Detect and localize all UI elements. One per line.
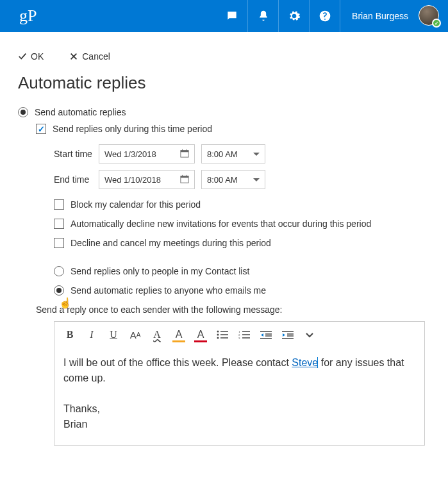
end-time-row: End time Wed 1/10/2018 8:00 AM: [54, 170, 430, 189]
bullet-list-button[interactable]: [216, 328, 229, 341]
indent-button[interactable]: [281, 328, 294, 341]
checkbox-icon[interactable]: [54, 238, 64, 248]
checkbox-label: Automatically decline new invitations fo…: [71, 219, 371, 229]
checkbox-label: Send replies only during this time perio…: [53, 124, 212, 134]
ok-button[interactable]: OK: [18, 51, 44, 62]
check-icon: [18, 52, 27, 61]
start-time-input[interactable]: 8:00 AM: [201, 144, 265, 163]
checkbox-label: Block my calendar for this period: [71, 199, 201, 210]
command-bar: OK Cancel: [18, 45, 430, 73]
bell-icon[interactable]: [247, 0, 278, 32]
checkbox-label: Decline and cancel my meetings during th…: [71, 238, 271, 248]
contacts-only-radio[interactable]: Send replies only to people in my Contac…: [54, 266, 430, 276]
page-title: Automatic replies: [18, 73, 430, 93]
send-automatic-replies-radio[interactable]: Send automatic replies: [18, 107, 430, 117]
svg-rect-5: [181, 176, 188, 178]
font-face-button[interactable]: A: [151, 328, 163, 341]
editor-body[interactable]: I will be out of the office this week. P…: [54, 347, 424, 445]
message-text: Brian: [63, 419, 87, 430]
decline-cancel-checkbox[interactable]: Decline and cancel my meetings during th…: [54, 238, 430, 248]
radio-label: Send automatic replies: [35, 107, 126, 117]
header-actions: Brian Burgess: [217, 0, 440, 32]
underline-button[interactable]: U: [107, 328, 120, 341]
contact-link[interactable]: Steve: [292, 357, 318, 368]
cancel-label: Cancel: [82, 51, 110, 62]
italic-button[interactable]: I: [85, 328, 98, 341]
time-period-checkbox[interactable]: Send replies only during this time perio…: [36, 124, 430, 134]
number-list-button[interactable]: 123: [238, 328, 251, 341]
help-icon[interactable]: [309, 0, 340, 32]
checkbox-icon[interactable]: [36, 124, 46, 134]
content-pane: OK Cancel Automatic replies Send automat…: [0, 32, 448, 477]
checkbox-icon[interactable]: [54, 199, 64, 210]
calendar-icon[interactable]: [180, 149, 189, 160]
reply-instruction: Send a reply once to each sender with th…: [36, 305, 430, 315]
checkbox-icon[interactable]: [54, 219, 64, 229]
start-date-input[interactable]: Wed 1/3/2018: [99, 144, 195, 163]
svg-marker-24: [261, 333, 263, 337]
message-text: Thanks,: [63, 403, 100, 414]
bold-button[interactable]: B: [63, 328, 76, 341]
calendar-options: Block my calendar for this period Automa…: [54, 199, 430, 248]
svg-text:3: 3: [238, 337, 240, 339]
end-time-label: End time: [54, 174, 99, 185]
start-time-row: Start time Wed 1/3/2018 8:00 AM: [54, 144, 430, 163]
svg-point-12: [217, 337, 219, 339]
highlight-button[interactable]: A: [172, 328, 185, 341]
chevron-down-icon: [253, 153, 260, 156]
font-color-button[interactable]: A: [194, 328, 207, 341]
app-header: gP Brian Burgess: [0, 0, 448, 32]
end-time-value: 8:00 AM: [207, 175, 238, 185]
radio-icon[interactable]: [54, 285, 64, 296]
gear-icon[interactable]: [278, 0, 309, 32]
anyone-radio[interactable]: Send automatic replies to anyone who ema…: [54, 285, 430, 296]
app-logo: gP: [8, 6, 37, 26]
presence-available-icon: [432, 19, 441, 28]
start-date-value: Wed 1/3/2018: [104, 149, 156, 159]
chat-icon[interactable]: [217, 0, 247, 32]
close-icon: [69, 52, 78, 61]
radio-icon[interactable]: [18, 107, 28, 117]
start-time-label: Start time: [54, 149, 99, 159]
schedule-block: Start time Wed 1/3/2018 8:00 AM End time…: [54, 144, 430, 296]
radio-label: Send automatic replies to anyone who ema…: [71, 285, 266, 296]
svg-point-10: [217, 334, 219, 336]
end-time-input[interactable]: 8:00 AM: [201, 170, 265, 189]
svg-point-8: [217, 331, 219, 333]
svg-rect-1: [181, 150, 188, 152]
radio-label: Send replies only to people in my Contac…: [71, 266, 249, 276]
editor-toolbar: B I U AA A A A 123: [54, 322, 424, 347]
block-calendar-checkbox[interactable]: Block my calendar for this period: [54, 199, 430, 210]
decline-new-checkbox[interactable]: Automatically decline new invitations fo…: [54, 219, 430, 229]
ok-label: OK: [31, 51, 44, 62]
avatar[interactable]: [419, 5, 440, 27]
reply-scope-group: Send replies only to people in my Contac…: [54, 266, 430, 296]
end-date-input[interactable]: Wed 1/10/2018: [99, 170, 195, 189]
more-tools-button[interactable]: [303, 328, 316, 341]
chevron-down-icon: [253, 178, 260, 181]
calendar-icon[interactable]: [180, 174, 189, 185]
radio-icon[interactable]: [54, 266, 64, 276]
start-time-value: 8:00 AM: [207, 149, 238, 159]
username-label[interactable]: Brian Burgess: [340, 0, 415, 32]
outdent-button[interactable]: [260, 328, 272, 341]
cancel-button[interactable]: Cancel: [69, 51, 110, 62]
font-size-button[interactable]: AA: [129, 328, 142, 341]
message-text: I will be out of the office this week. P…: [63, 357, 292, 368]
svg-marker-29: [283, 333, 285, 337]
message-editor: B I U AA A A A 123 I will be out o: [54, 321, 425, 446]
end-date-value: Wed 1/10/2018: [104, 175, 161, 185]
